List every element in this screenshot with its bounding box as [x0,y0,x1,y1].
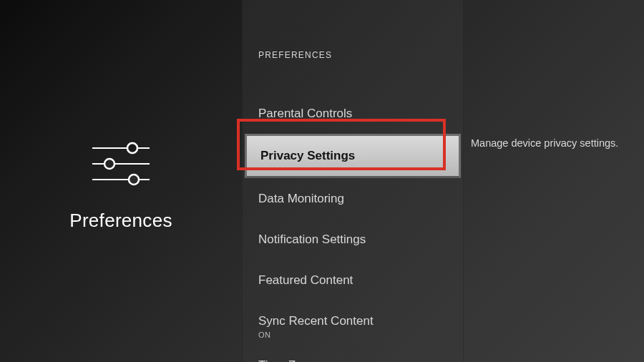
menu-item-privacy-settings[interactable]: Privacy Settings [245,134,461,178]
sliders-icon [88,138,154,190]
menu-item-label: Privacy Settings [260,149,355,162]
menu-item-featured-content[interactable]: Featured Content [243,260,463,300]
menu-item-notification-settings[interactable]: Notification Settings [243,219,463,260]
menu-item-label: Parental Controls [258,107,352,120]
menu-item-time-zone[interactable]: Time Zone [243,345,463,362]
menu-item-subvalue: ON [258,331,447,339]
menu-item-parental-controls[interactable]: Parental Controls [243,93,463,134]
detail-panel: Manage device privacy settings. [464,0,644,362]
menu-item-label: Sync Recent Content [258,314,374,328]
category-title: Preferences [69,210,172,232]
item-description: Manage device privacy settings. [471,137,637,149]
menu-item-label: Notification Settings [258,233,366,246]
category-panel: Preferences [0,0,242,362]
section-header: PREFERENCES [243,50,463,60]
settings-menu-panel: PREFERENCES Parental Controls Privacy Se… [242,0,464,362]
menu-list: Parental Controls Privacy Settings Data … [243,93,463,362]
menu-item-data-monitoring[interactable]: Data Monitoring [243,178,463,219]
menu-item-sync-recent-content[interactable]: Sync Recent Content ON [243,300,463,345]
menu-item-label: Data Monitoring [258,192,344,205]
menu-item-label: Featured Content [258,273,353,287]
menu-item-label: Time Zone [258,358,316,362]
